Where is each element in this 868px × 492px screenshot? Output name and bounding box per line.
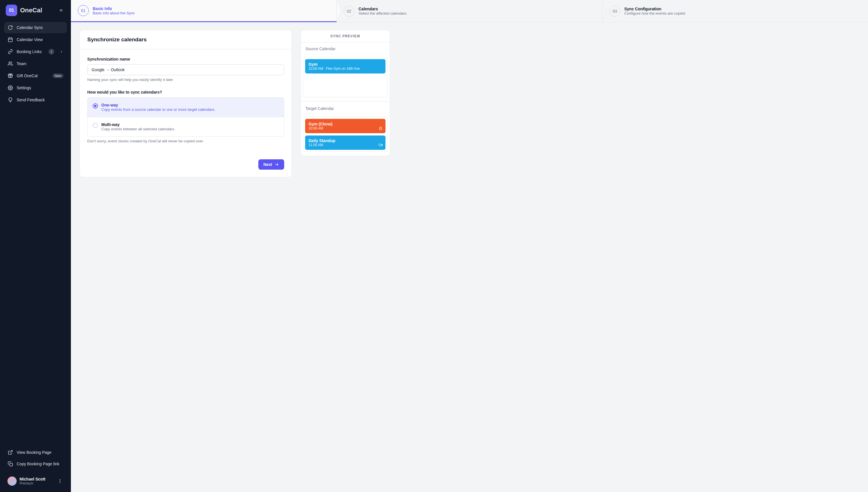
- option-desc: Copy events from a source calendar to on…: [101, 107, 215, 112]
- divider: [301, 101, 390, 102]
- avatar: [7, 476, 17, 486]
- target-calendar-box: Gym (Clone) 10:00 AM Daily Standup 11:00…: [303, 117, 388, 152]
- event-title: Gym: [308, 62, 382, 67]
- sidebar-item-team[interactable]: Team: [4, 58, 67, 70]
- page-title: Synchronize calendars: [87, 36, 284, 43]
- content-row: Synchronize calendars Synchronization na…: [71, 22, 868, 185]
- nav-label: Settings: [17, 85, 31, 90]
- sidebar-item-settings[interactable]: Settings: [4, 82, 67, 94]
- nav-label: Gift OneCal: [17, 73, 38, 78]
- video-icon: [379, 143, 382, 147]
- step-subtitle: Basic info about the Sync: [93, 11, 135, 15]
- svg-rect-8: [379, 128, 382, 130]
- source-calendar-box: Gym 10:00 AM · Flex Gym on 16th Ave: [303, 57, 388, 97]
- form-card: Synchronize calendars Synchronization na…: [79, 30, 292, 177]
- step-subtitle: Configure how the events are copied: [624, 11, 685, 16]
- sync-preview-card: SYNC PREVIEW Source Calendar Gym 10:00 A…: [300, 30, 390, 156]
- direction-radio-group: One-way Copy events from a source calend…: [87, 97, 284, 137]
- primary-nav: Calendar Sync Calendar View Booking Link…: [0, 20, 71, 108]
- step-sync-config[interactable]: 03 Sync Configuration Configure how the …: [602, 0, 868, 22]
- sidebar-item-calendar-sync[interactable]: Calendar Sync: [4, 22, 67, 33]
- button-label: Next: [264, 162, 272, 167]
- sync-name-hint: Naming your sync will help you easily id…: [87, 77, 284, 82]
- step-number: 02: [344, 6, 354, 17]
- target-calendar-label: Target Calendar: [301, 102, 390, 114]
- link-icon: [7, 49, 13, 54]
- nav-label: Booking Links: [17, 49, 42, 54]
- radio-dot-icon: [93, 103, 98, 108]
- lock-icon: [379, 126, 382, 130]
- svg-point-1: [9, 62, 10, 64]
- step-number: 01: [78, 5, 89, 16]
- direction-label: How would you like to sync calendars?: [87, 90, 284, 94]
- direction-section: How would you like to sync calendars? On…: [87, 90, 284, 143]
- chevron-right-icon: [59, 50, 64, 54]
- svg-point-5: [60, 479, 60, 480]
- event-sub: 10:00 AM · Flex Gym on 16th Ave: [308, 67, 382, 71]
- radio-dot-icon: [93, 123, 98, 128]
- nav-label: Team: [17, 62, 26, 66]
- collapse-sidebar-button[interactable]: [57, 6, 65, 14]
- nav-label: Send Feedback: [17, 98, 45, 102]
- user-menu-button[interactable]: [56, 478, 64, 485]
- radio-multi-way[interactable]: Multi-way Copy events between all select…: [88, 117, 284, 137]
- main: 01 Basic Info Basic info about the Sync …: [71, 0, 868, 492]
- sync-name-section: Synchronization name Naming your sync wi…: [87, 57, 284, 82]
- svg-rect-9: [379, 144, 381, 146]
- event-title: Gym (Clone): [308, 122, 382, 126]
- option-desc: Copy events between all selected calenda…: [101, 127, 175, 131]
- step-title: Calendars: [358, 7, 406, 11]
- event-title: Daily Standup: [308, 138, 382, 143]
- stepper: 01 Basic Info Basic info about the Sync …: [71, 0, 868, 22]
- view-booking-page-link[interactable]: View Booking Page: [4, 447, 67, 458]
- svg-rect-0: [8, 38, 13, 42]
- sync-name-input[interactable]: [87, 64, 284, 75]
- user-row: Michael Scott Premium: [4, 473, 67, 488]
- event-chip: Gym 10:00 AM · Flex Gym on 16th Ave: [305, 59, 386, 73]
- event-sub: 11:00 AM: [308, 143, 382, 147]
- link-label: View Booking Page: [17, 450, 51, 455]
- step-calendars[interactable]: 02 Calendars Select the affected calenda…: [337, 0, 602, 22]
- step-number: 03: [610, 6, 620, 17]
- event-sub: 10:00 AM: [308, 126, 382, 130]
- sync-name-label: Synchronization name: [87, 57, 284, 62]
- option-title: Multi-way: [101, 122, 175, 127]
- preview-header: SYNC PREVIEW: [301, 30, 390, 43]
- nav-label: Calendar View: [17, 37, 43, 42]
- link-label: Copy Booking Page link: [17, 462, 59, 466]
- radio-one-way[interactable]: One-way Copy events from a source calend…: [87, 97, 284, 117]
- step-title: Basic Info: [93, 6, 135, 11]
- copy-booking-page-link[interactable]: Copy Booking Page link: [4, 458, 67, 470]
- nav-label: Calendar Sync: [17, 25, 43, 30]
- new-badge: New: [52, 73, 64, 78]
- svg-point-3: [10, 87, 11, 89]
- gear-icon: [7, 85, 13, 91]
- sidebar-item-calendar-view[interactable]: Calendar View: [4, 34, 67, 45]
- sync-icon: [7, 25, 13, 30]
- arrow-right-icon: [274, 162, 279, 167]
- card-header: Synchronize calendars: [80, 30, 292, 49]
- event-chip: Gym (Clone) 10:00 AM: [305, 119, 386, 133]
- external-link-icon: [7, 449, 13, 455]
- step-title: Sync Configuration: [624, 7, 685, 11]
- copy-icon: [7, 461, 13, 467]
- step-basic-info[interactable]: 01 Basic Info Basic info about the Sync: [71, 0, 337, 22]
- logo-text: OneCal: [20, 7, 42, 14]
- team-icon: [7, 61, 13, 67]
- step-subtitle: Select the affected calendars: [358, 11, 406, 16]
- sidebar-item-gift[interactable]: Gift OneCal New: [4, 70, 67, 81]
- calendar-icon: [7, 37, 13, 43]
- sidebar-header: 01 OneCal: [0, 0, 71, 20]
- next-button[interactable]: Next: [258, 159, 284, 170]
- sidebar-item-booking-links[interactable]: Booking Links 1: [4, 46, 67, 57]
- source-calendar-label: Source Calendar: [301, 43, 390, 54]
- svg-point-7: [60, 482, 60, 483]
- logo-mark: 01: [6, 5, 17, 16]
- chevron-double-left-icon: [59, 8, 64, 13]
- lightbulb-icon: [7, 97, 13, 103]
- card-footer: Next: [80, 154, 292, 177]
- option-title: One-way: [101, 103, 215, 107]
- event-chip: Daily Standup 11:00 AM: [305, 136, 386, 150]
- sidebar-item-feedback[interactable]: Send Feedback: [4, 94, 67, 106]
- dots-vertical-icon: [58, 479, 62, 484]
